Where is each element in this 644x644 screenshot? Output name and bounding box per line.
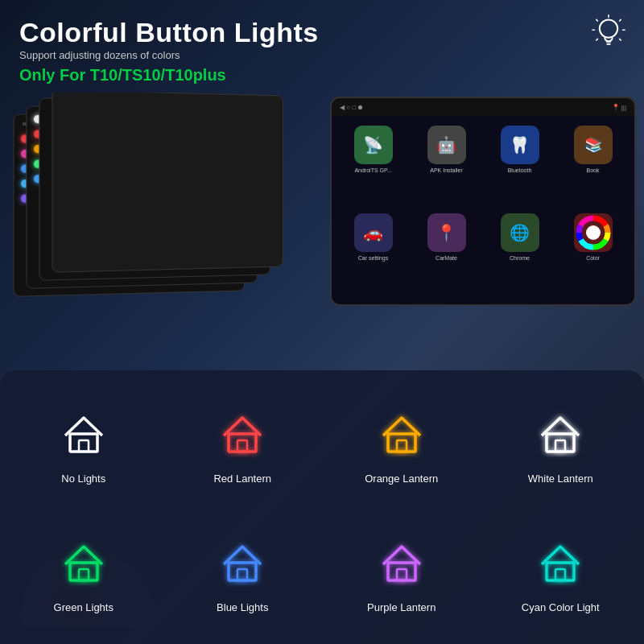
svg-line-9 (597, 39, 598, 40)
light-label-red-lantern: Red Lantern (213, 473, 271, 485)
svg-point-0 (600, 19, 617, 37)
svg-rect-20 (70, 563, 97, 580)
svg-rect-19 (555, 440, 565, 452)
light-label-orange-lantern: Orange Lantern (365, 473, 438, 485)
app-icon-carmate[interactable]: 📍 CarMate (413, 213, 480, 295)
screen-status-left: ◀ ○ □ ⏺ (340, 104, 364, 111)
light-option-orange-lantern[interactable]: Orange Lantern (326, 386, 477, 507)
tablet-display-area: MICRST (0, 93, 644, 350)
house-icon-blue-lights (217, 539, 267, 592)
light-option-white-lantern[interactable]: White Lantern (485, 386, 637, 507)
model-compatibility: Only For T10/TS10/T10plus (19, 66, 625, 85)
svg-rect-26 (547, 563, 574, 580)
app-icon-chrome[interactable]: 🌐 Chrome (486, 213, 553, 295)
light-label-white-lantern: White Lantern (528, 473, 593, 485)
house-icon-red-lantern (217, 410, 267, 463)
tablet-stack: MICRST (16, 93, 274, 302)
app-icon-apk[interactable]: 🤖 (413, 126, 480, 207)
status-bar: ◀ ○ □ ⏺ 📍 ||| (332, 98, 634, 116)
main-tablet-screen: ◀ ○ □ ⏺ 📍 ||| 📡 AndroiTS GP... 🤖 (330, 97, 636, 306)
tablet-card-4 (52, 93, 283, 273)
page-title: Colorful Button Lights (19, 18, 625, 47)
svg-rect-24 (388, 563, 415, 580)
house-icon-no-lights (59, 410, 109, 463)
svg-rect-27 (555, 569, 565, 580)
lights-panel: No Lights Red Lantern (0, 370, 644, 644)
light-option-blue-lights[interactable]: Blue Lights (167, 515, 319, 636)
svg-point-11 (586, 225, 601, 240)
svg-line-5 (597, 19, 598, 21)
svg-line-8 (620, 39, 621, 40)
svg-line-4 (620, 19, 621, 21)
app-grid: 📡 AndroiTS GP... 🤖 (332, 116, 634, 304)
house-icon-white-lantern (535, 410, 585, 463)
svg-rect-23 (237, 569, 247, 580)
svg-rect-25 (397, 569, 407, 580)
hero-section: Colorful Button Lights Support adjusting… (0, 0, 644, 85)
svg-rect-18 (547, 434, 574, 452)
app-icon-color[interactable]: Color (559, 213, 626, 295)
svg-rect-14 (229, 434, 256, 452)
light-option-green-lights[interactable]: Green Lights (8, 515, 159, 636)
app-icon-book[interactable]: 📚 Book (559, 126, 626, 207)
light-option-purple-lantern[interactable]: Purple Lantern (326, 515, 477, 636)
light-label-cyan-color-light: Cyan Color Light (522, 601, 600, 613)
light-label-blue-lights: Blue Lights (217, 601, 268, 613)
svg-rect-16 (388, 434, 415, 452)
app-icon-car-settings[interactable]: 🚗 Car settings (340, 213, 407, 295)
svg-rect-15 (237, 440, 247, 452)
house-icon-purple-lantern (377, 539, 427, 592)
app-icon-bluetooth[interactable]: 🦷 Bluetooth (486, 126, 553, 207)
svg-point-10 (431, 129, 463, 161)
house-icon-cyan-color-light (535, 539, 585, 592)
svg-rect-17 (397, 440, 407, 452)
light-option-cyan-color-light[interactable]: Cyan Color Light (485, 515, 637, 636)
house-icon-orange-lantern (377, 410, 427, 463)
app-icon-androit[interactable]: 📡 AndroiTS GP... (340, 126, 407, 207)
screen-status-right: 📍 ||| (612, 104, 626, 111)
light-label-purple-lantern: Purple Lantern (367, 601, 436, 613)
light-option-no-lights[interactable]: No Lights (8, 386, 159, 507)
svg-rect-22 (229, 563, 256, 580)
page-subtitle: Support adjusting dozens of colors (19, 49, 625, 61)
light-option-red-lantern[interactable]: Red Lantern (167, 386, 319, 507)
light-label-green-lights: Green Lights (54, 601, 114, 613)
svg-rect-13 (79, 440, 89, 452)
house-icon-green-lights (59, 539, 109, 592)
svg-rect-12 (70, 434, 97, 452)
svg-rect-21 (79, 569, 89, 580)
lights-grid: No Lights Red Lantern (8, 386, 636, 636)
light-label-no-lights: No Lights (61, 473, 105, 485)
bulb-icon (589, 14, 628, 56)
android-screen: ◀ ○ □ ⏺ 📍 ||| 📡 AndroiTS GP... 🤖 (332, 98, 634, 304)
